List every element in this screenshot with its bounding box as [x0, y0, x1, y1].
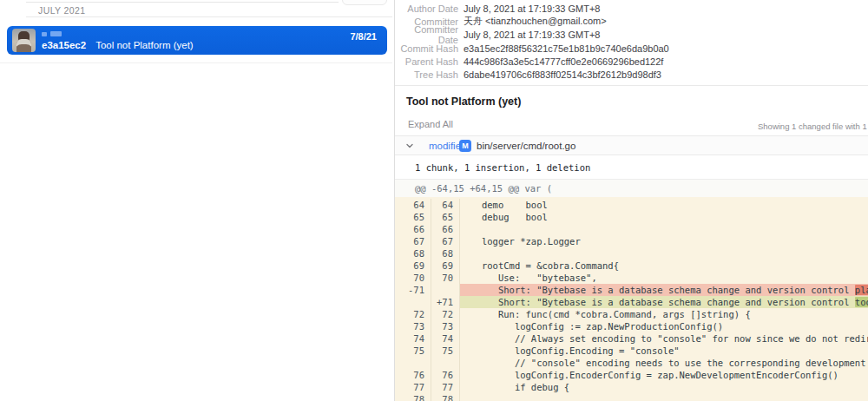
- commit-message-title: Tool not Platform (yet): [406, 95, 521, 108]
- new-line-number: 66: [431, 223, 460, 235]
- avatar: [12, 29, 36, 52]
- detail-value: 6dabe419706c6f883ff02514c3bf2612b9d98df3: [464, 69, 661, 80]
- detail-label: Commit Hash: [395, 43, 458, 54]
- old-line-number: 70: [395, 272, 431, 284]
- new-line-number: 75: [431, 345, 460, 357]
- code-text: logConfig.EncoderConfig = zap.NewDevelop…: [460, 369, 868, 381]
- code-text: [460, 247, 868, 260]
- new-line-number: [431, 357, 460, 369]
- divider: [395, 85, 868, 86]
- detail-label: Tree Hash: [395, 69, 458, 80]
- old-line-number: 75: [395, 345, 431, 357]
- detail-row: Parent Hash444c986f3a3e5c14777cff0e2e066…: [395, 55, 868, 68]
- old-line-number: 72: [395, 308, 431, 320]
- code-text: Use: "bytebase",: [460, 272, 868, 284]
- detail-row: Committer DateJuly 8, 2021 at 17:19:33 G…: [395, 29, 868, 42]
- new-line-number: [431, 284, 460, 296]
- code-text: [460, 223, 868, 235]
- expand-all-button[interactable]: Expand All: [408, 119, 453, 129]
- author-name-redacted: [50, 31, 62, 36]
- commit-row-selected[interactable]: e3a15ec2 Tool not Platform (yet) 7/8/21: [7, 26, 387, 55]
- detail-label: Author Date: [395, 3, 458, 14]
- old-line-number: 78: [395, 393, 431, 401]
- new-line-number: 65: [431, 211, 460, 223]
- chunk-summary-row: 1 chunk, 1 insertion, 1 deletion: [395, 155, 868, 180]
- detail-value: 天舟 <tianzhouchen@gmail.com>: [464, 15, 607, 28]
- old-line-number: 64: [395, 199, 431, 211]
- new-line-number: 64: [431, 199, 460, 211]
- new-line-number: 74: [431, 332, 460, 345]
- commit-summary-line: e3a15ec2 Tool not Platform (yet): [42, 40, 194, 50]
- code-text: debug bool: [460, 211, 868, 223]
- commit-details: Author DateJuly 8, 2021 at 17:19:33 GMT+…: [395, 2, 868, 82]
- detail-value: July 8, 2021 at 17:19:33 GMT+8: [464, 3, 600, 14]
- code-text: Short: "Bytebase is a database schema ch…: [460, 296, 868, 308]
- code-text: [460, 393, 868, 401]
- new-line-number: 78: [431, 393, 460, 401]
- new-line-number: 77: [431, 381, 460, 393]
- old-line-number: 69: [395, 260, 431, 272]
- detail-value: e3a15ec2f88f56321c75e1b81b9c740e6da9b0a0: [464, 43, 669, 54]
- new-line-number: 68: [431, 247, 460, 260]
- new-line-number: +71: [431, 296, 460, 308]
- commit-detail-panel: Author DateJuly 8, 2021 at 17:19:33 GMT+…: [395, 0, 868, 401]
- new-line-number: 70: [431, 272, 460, 284]
- new-line-number: 67: [431, 235, 460, 247]
- old-line-number: [395, 296, 431, 308]
- commit-sha-short: e3a15ec2: [42, 40, 86, 50]
- file-path: bin/server/cmd/root.go: [477, 141, 575, 151]
- modified-badge: M: [459, 140, 471, 152]
- old-line-number: [395, 357, 431, 369]
- detail-value: 444c986f3a3e5c14777cff0e2e0669296bed122f: [464, 56, 663, 67]
- changed-files-summary: Showing 1 changed file with 1 add: [758, 122, 868, 131]
- diff-code-area[interactable]: 6464 demo bool6565 debug bool66666767 lo…: [395, 197, 868, 401]
- code-text: // Always set encoding to "console" for …: [460, 332, 868, 345]
- chevron-down-icon[interactable]: [405, 141, 414, 150]
- author-name-redacted: [42, 32, 47, 36]
- changed-word-highlight: platform: [855, 285, 868, 295]
- commit-group-header: JULY 2021: [38, 5, 86, 16]
- old-line-number: 68: [395, 247, 431, 260]
- section-divider: [26, 16, 392, 17]
- hunk-header-row: @@ -64,15 +64,15 @@ var (: [395, 180, 868, 197]
- detail-row: Tree Hash6dabe419706c6f883ff02514c3bf261…: [395, 68, 868, 81]
- code-text: rootCmd = &cobra.Command{: [460, 260, 868, 272]
- file-diff-header[interactable]: modified M bin/server/cmd/root.go: [395, 135, 868, 155]
- old-line-number: 65: [395, 211, 431, 223]
- detail-label: Parent Hash: [395, 56, 458, 67]
- old-line-number: 66: [395, 223, 431, 235]
- code-text: logConfig.Encoding = "console": [460, 345, 868, 357]
- code-text: logConfig := zap.NewProductionConfig(): [460, 320, 868, 332]
- old-line-number: 73: [395, 320, 431, 332]
- hunk-header: @@ -64,15 +64,15 @@ var (: [415, 183, 552, 194]
- commit-date: 7/8/21: [350, 31, 377, 42]
- diff-line: 7070 Use: "bytebase",: [395, 272, 868, 284]
- diff-line: 6464 demo bool: [395, 199, 868, 211]
- section-divider: [26, 2, 339, 3]
- changed-word-highlight: tool: [855, 297, 868, 307]
- new-line-number: 76: [431, 369, 460, 381]
- detail-row: Commit Hashe3a15ec2f88f56321c75e1b81b9c7…: [395, 42, 868, 55]
- diff-line: 7575 logConfig.Encoding = "console": [395, 345, 868, 357]
- diff-line: 6565 debug bool: [395, 211, 868, 223]
- diff-line: 6868: [395, 247, 868, 260]
- diff-line: 6969 rootCmd = &cobra.Command{: [395, 260, 868, 272]
- commit-list-panel: JULY 2021 e3a15ec2 Tool not Platform (ye…: [0, 0, 394, 401]
- old-line-number: 77: [395, 381, 431, 393]
- new-line-number: 72: [431, 308, 460, 320]
- detail-value: July 8, 2021 at 17:19:33 GMT+8: [464, 30, 600, 40]
- diff-line: +71 Short: "Bytebase is a database schem…: [395, 296, 868, 308]
- diff-line: 6767 logger *zap.Logger: [395, 235, 868, 247]
- old-line-number: 67: [395, 235, 431, 247]
- diff-line: -71 Short: "Bytebase is a database schem…: [395, 284, 868, 296]
- code-text: Run: func(cmd *cobra.Command, args []str…: [460, 308, 868, 320]
- diff-line: 7878: [395, 393, 868, 401]
- new-line-number: 69: [431, 260, 460, 272]
- chunk-summary: 1 chunk, 1 insertion, 1 deletion: [415, 162, 590, 173]
- diff-line: // "console" encoding needs to use the c…: [395, 357, 868, 369]
- diff-line: 7474 // Always set encoding to "console"…: [395, 332, 868, 345]
- commit-message: Tool not Platform (yet): [95, 40, 193, 50]
- old-line-number: -71: [395, 284, 431, 296]
- code-text: Short: "Bytebase is a database schema ch…: [460, 284, 868, 296]
- code-text: if debug {: [460, 381, 868, 393]
